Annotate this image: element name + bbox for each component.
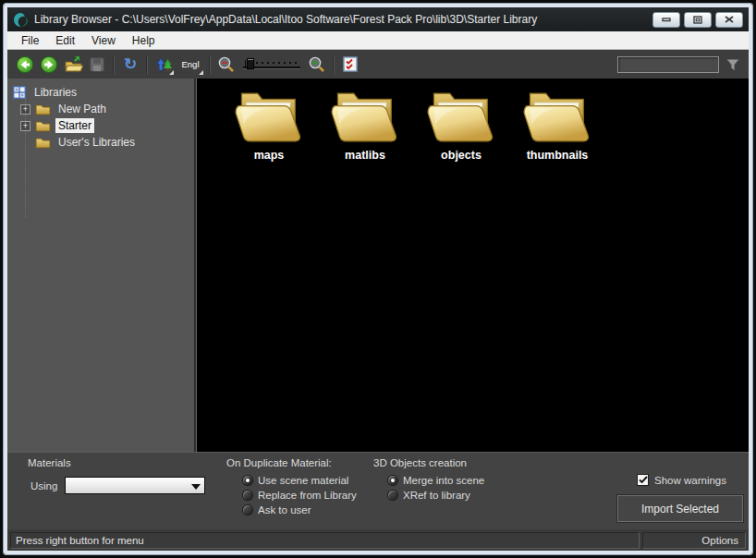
slider-handle[interactable] bbox=[248, 59, 253, 68]
materials-header: Materials bbox=[28, 457, 71, 468]
folder-label: maps bbox=[254, 149, 285, 162]
checklist-icon bbox=[343, 56, 358, 72]
radio-icon bbox=[243, 491, 252, 500]
checkbox-icon bbox=[637, 474, 649, 486]
show-warnings-checkbox[interactable]: Show warnings bbox=[637, 474, 726, 486]
funnel-icon bbox=[726, 57, 740, 72]
big-folder-icon bbox=[328, 88, 402, 147]
close-button[interactable] bbox=[715, 12, 743, 28]
radio-label: Merge into scene bbox=[403, 475, 484, 486]
library-browser-window: Library Browser - C:\Users\VolFrey\AppDa… bbox=[4, 4, 752, 554]
sidebar-item-label: Libraries bbox=[31, 85, 79, 100]
dropdown-corner bbox=[199, 70, 203, 75]
radio-use-scene-material[interactable]: Use scene material bbox=[243, 474, 348, 487]
radio-ask-to-user[interactable]: Ask to user bbox=[243, 503, 311, 516]
check-items-button[interactable] bbox=[339, 54, 361, 76]
thumbnail-size-slider[interactable] bbox=[241, 57, 302, 72]
folder-item-objects[interactable]: objects bbox=[413, 88, 509, 162]
status-bar: Press right button for menu Options bbox=[7, 529, 749, 551]
folder-item-thumbnails[interactable]: thumbnails bbox=[509, 88, 605, 162]
big-folder-icon bbox=[520, 88, 594, 147]
radio-xref-to-library[interactable]: XRef to library bbox=[388, 489, 470, 502]
import-options-panel: Materials Using On Duplicate Material: U… bbox=[7, 452, 749, 529]
refresh-icon: ↻ bbox=[124, 56, 137, 72]
folder-label: thumbnails bbox=[527, 149, 589, 162]
tree-connector-line bbox=[25, 99, 26, 217]
folder-item-matlibs[interactable]: matlibs bbox=[317, 88, 413, 162]
back-button[interactable] bbox=[14, 54, 36, 76]
menu-view[interactable]: View bbox=[83, 31, 124, 49]
open-library-button[interactable] bbox=[62, 54, 84, 76]
toolbar: ↻ Engl bbox=[7, 50, 749, 79]
options-button[interactable]: Options bbox=[642, 532, 746, 549]
toolbar-separator bbox=[209, 55, 211, 74]
checkbox-label: Show warnings bbox=[654, 475, 726, 486]
language-button[interactable]: Engl bbox=[177, 54, 204, 76]
using-label: Using bbox=[30, 480, 57, 491]
radio-icon bbox=[243, 476, 252, 485]
zoom-out-button[interactable] bbox=[215, 54, 238, 76]
forward-icon bbox=[40, 55, 58, 74]
toolbar-separator bbox=[333, 55, 335, 74]
window-title: Library Browser - C:\Users\VolFrey\AppDa… bbox=[34, 13, 652, 26]
minimize-icon bbox=[662, 16, 671, 23]
main-area: Libraries + New Path + Starter bbox=[7, 79, 749, 452]
radio-label: Use scene material bbox=[258, 475, 348, 486]
zoom-out-icon bbox=[217, 55, 236, 74]
title-bar: Library Browser - C:\Users\VolFrey\AppDa… bbox=[7, 7, 749, 31]
minimize-button[interactable] bbox=[652, 12, 680, 28]
language-label: Engl bbox=[181, 59, 199, 69]
sidebar-item-starter[interactable]: + Starter bbox=[7, 117, 194, 134]
menu-help[interactable]: Help bbox=[124, 31, 164, 49]
maximize-icon bbox=[693, 16, 702, 24]
save-button[interactable] bbox=[86, 54, 108, 76]
sidebar-item-label: New Path bbox=[55, 102, 109, 116]
search-input[interactable] bbox=[617, 56, 719, 73]
folder-icon bbox=[35, 136, 51, 149]
sidebar-item-libraries[interactable]: Libraries bbox=[7, 84, 194, 101]
radio-label: XRef to library bbox=[403, 490, 470, 501]
sidebar-item-label: User's Libraries bbox=[55, 135, 138, 150]
folder-icon bbox=[35, 119, 51, 132]
chevron-down-icon bbox=[191, 484, 201, 490]
radio-icon bbox=[388, 476, 397, 485]
menu-edit[interactable]: Edit bbox=[47, 31, 83, 49]
folder-label: objects bbox=[441, 149, 482, 162]
back-icon bbox=[16, 55, 34, 74]
zoom-in-button[interactable] bbox=[306, 54, 328, 76]
radio-label: Replace from Library bbox=[258, 490, 357, 501]
import-selected-button[interactable]: Import Selected bbox=[617, 495, 743, 522]
library-content: maps matlibs objects bbox=[197, 79, 749, 452]
radio-replace-from-library[interactable]: Replace from Library bbox=[243, 489, 357, 502]
big-folder-icon bbox=[232, 88, 306, 147]
folder-item-maps[interactable]: maps bbox=[221, 88, 317, 162]
refresh-button[interactable]: ↻ bbox=[119, 54, 141, 76]
toolbar-separator bbox=[146, 55, 148, 74]
radio-merge-into-scene[interactable]: Merge into scene bbox=[388, 474, 484, 487]
toolbar-separator bbox=[113, 55, 115, 74]
sort-button[interactable] bbox=[152, 54, 175, 76]
save-icon bbox=[89, 56, 105, 73]
close-icon bbox=[725, 16, 734, 23]
slider-ticks bbox=[256, 62, 299, 64]
filter-button[interactable] bbox=[723, 55, 743, 75]
sidebar-item-label: Starter bbox=[55, 118, 94, 133]
open-folder-icon bbox=[64, 55, 83, 73]
library-tree: Libraries + New Path + Starter bbox=[7, 79, 194, 452]
maximize-button[interactable] bbox=[684, 12, 712, 28]
slider-start-tick bbox=[245, 60, 246, 67]
forward-button[interactable] bbox=[38, 54, 60, 76]
app-logo-icon bbox=[13, 12, 29, 28]
menu-file[interactable]: File bbox=[13, 31, 47, 49]
sidebar-item-users-libraries[interactable]: User's Libraries bbox=[7, 134, 194, 151]
dropdown-corner bbox=[169, 70, 174, 75]
sidebar-item-new-path[interactable]: + New Path bbox=[7, 101, 194, 117]
big-folder-icon bbox=[424, 88, 498, 147]
radio-icon bbox=[388, 491, 397, 500]
folder-icon bbox=[35, 103, 51, 115]
radio-label: Ask to user bbox=[258, 504, 311, 516]
using-dropdown[interactable] bbox=[65, 477, 205, 494]
objects-creation-header: 3D Objects creation bbox=[373, 457, 467, 468]
menu-bar: File Edit View Help bbox=[7, 31, 749, 50]
status-message: Press right button for menu bbox=[10, 532, 640, 549]
